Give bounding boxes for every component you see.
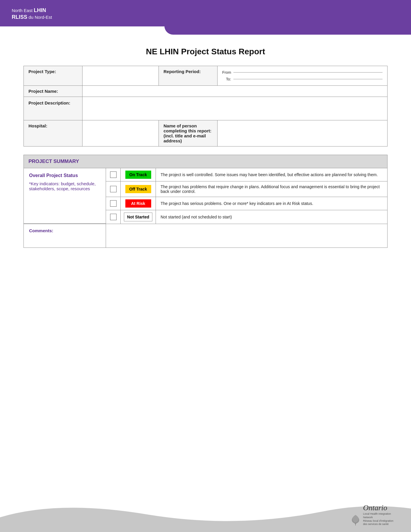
comments-label: Comments: — [24, 224, 106, 248]
table-row-hospital: Hospital: Name of person completing this… — [24, 120, 388, 147]
project-description-label: Project Description: — [24, 97, 82, 120]
at-risk-badge-cell: At Risk — [121, 197, 156, 210]
project-type-label: Project Type: — [24, 66, 82, 86]
not-started-badge: Not Started — [124, 213, 152, 221]
status-row-at-risk: At Risk The project has serious problems… — [106, 197, 387, 210]
not-started-description: Not started (and not scheduled to start) — [156, 210, 387, 224]
on-track-badge: On Track — [125, 171, 151, 179]
reporting-period-label: Reporting Period: — [159, 66, 218, 86]
reporting-period-values: From To: — [218, 66, 388, 86]
at-risk-checkbox-cell[interactable] — [106, 197, 121, 210]
name-person-label: Name of person completing this report: (… — [159, 120, 218, 147]
ontario-name: Ontario — [363, 504, 393, 512]
at-risk-checkbox[interactable] — [110, 200, 117, 207]
footer-logo: Ontario Local Health Integration Network… — [350, 504, 393, 526]
project-description-value[interactable] — [82, 97, 388, 120]
table-row-project-name: Project Name: — [24, 86, 388, 97]
footer-wave-svg — [0, 494, 411, 532]
logo-text: North East LHIN RLISS du Nord-Est — [12, 7, 52, 21]
hospital-value[interactable] — [82, 120, 159, 147]
status-row-not-started: Not Started Not started (and not schedul… — [106, 210, 387, 224]
project-summary-section: PROJECT SUMMARY Overall Project Status *… — [23, 155, 388, 248]
overall-project-status-title: Overall Project Status — [29, 173, 100, 178]
not-started-badge-cell: Not Started — [121, 210, 156, 224]
not-started-checkbox[interactable] — [110, 214, 117, 220]
at-risk-description: The project has serious problems. One or… — [156, 197, 387, 210]
off-track-checkbox[interactable] — [110, 186, 117, 192]
key-indicators-label: *Key indicators: budget, schedule, stake… — [29, 181, 100, 191]
logo-line1-bold: LHIN — [34, 7, 46, 13]
off-track-checkbox-cell[interactable] — [106, 181, 121, 197]
table-row-project-type: Project Type: Reporting Period: From To: — [24, 66, 388, 86]
summary-left-col: Overall Project Status *Key indicators: … — [24, 168, 106, 224]
project-name-label: Project Name: — [24, 86, 82, 97]
info-table: Project Type: Reporting Period: From To: — [23, 66, 388, 147]
on-track-description: The project is well controlled. Some iss… — [156, 168, 387, 181]
off-track-badge-cell: Off Track — [121, 181, 156, 197]
comments-row: Comments: — [24, 224, 387, 248]
table-row-project-description: Project Description: — [24, 97, 388, 120]
off-track-badge: Off Track — [125, 185, 151, 193]
on-track-checkbox-cell[interactable] — [106, 168, 121, 181]
ontario-leaf-icon — [350, 514, 361, 526]
footer-area: Ontario Local Health Integration Network… — [0, 485, 411, 532]
from-value[interactable] — [233, 72, 383, 73]
main-content: NE LHIN Project Status Report Project Ty… — [0, 26, 411, 268]
project-name-value[interactable] — [82, 86, 388, 97]
status-row-off-track: Off Track The project has problems that … — [106, 181, 387, 197]
at-risk-badge: At Risk — [125, 199, 151, 208]
ontario-subtext: Local Health Integration Network Réseau … — [363, 512, 393, 526]
page-title: NE LHIN Project Status Report — [23, 47, 388, 56]
summary-header: PROJECT SUMMARY — [24, 155, 387, 168]
header-bar: North East LHIN RLISS du Nord-Est — [0, 0, 411, 26]
project-type-value[interactable] — [82, 66, 159, 86]
not-started-checkbox-cell[interactable] — [106, 210, 121, 224]
status-row-on-track: On Track The project is well controlled.… — [106, 168, 387, 181]
status-rows-container: On Track The project is well controlled.… — [106, 168, 387, 224]
off-track-description: The project has problems that require ch… — [156, 181, 387, 197]
to-value[interactable] — [233, 79, 383, 79]
comments-value[interactable] — [106, 224, 387, 248]
logo-line2-bold: RLISS — [12, 14, 27, 20]
logo-line1-normal: North East — [12, 8, 34, 13]
hospital-label: Hospital: — [24, 120, 82, 147]
name-person-value[interactable] — [218, 120, 388, 147]
ontario-text-block: Ontario Local Health Integration Network… — [363, 504, 393, 526]
on-track-checkbox[interactable] — [110, 171, 117, 178]
on-track-badge-cell: On Track — [121, 168, 156, 181]
to-label: To: — [222, 77, 231, 81]
from-label: From — [222, 70, 231, 75]
summary-content-row: Overall Project Status *Key indicators: … — [24, 168, 387, 224]
logo-line2-normal: du Nord-Est — [27, 15, 52, 20]
